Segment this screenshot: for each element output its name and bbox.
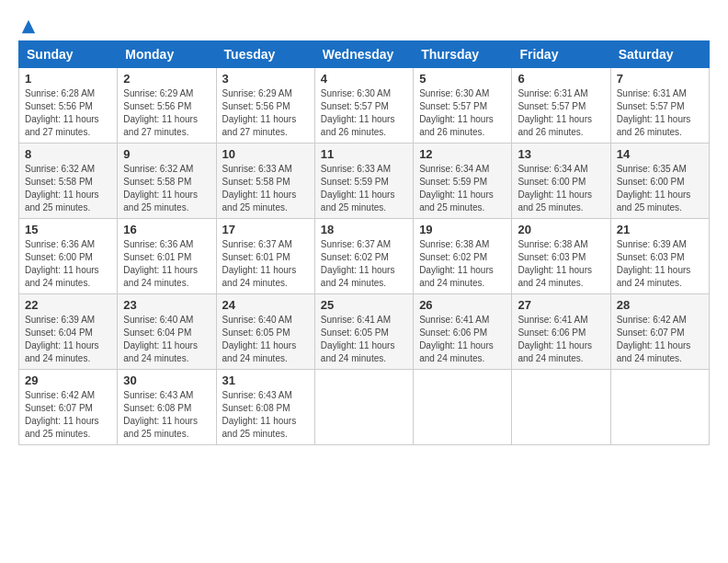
calendar-cell: 17Sunrise: 6:37 AM Sunset: 6:01 PM Dayli… (216, 219, 314, 294)
day-info: Sunrise: 6:35 AM Sunset: 6:00 PM Dayligh… (617, 163, 703, 214)
day-number: 11 (321, 147, 407, 161)
day-info: Sunrise: 6:43 AM Sunset: 6:08 PM Dayligh… (222, 389, 309, 441)
day-info: Sunrise: 6:30 AM Sunset: 5:57 PM Dayligh… (419, 87, 506, 139)
calendar-cell: 18Sunrise: 6:37 AM Sunset: 6:02 PM Dayli… (314, 219, 413, 294)
day-number: 22 (25, 298, 111, 312)
day-number: 7 (617, 72, 703, 86)
day-number: 2 (123, 72, 210, 86)
day-number: 13 (518, 147, 604, 161)
calendar-table: SundayMondayTuesdayWednesdayThursdayFrid… (18, 40, 710, 445)
day-number: 10 (222, 147, 309, 161)
calendar-cell: 12Sunrise: 6:34 AM Sunset: 5:59 PM Dayli… (414, 144, 512, 219)
day-info: Sunrise: 6:40 AM Sunset: 6:05 PM Dayligh… (222, 314, 309, 365)
day-number: 30 (123, 373, 210, 387)
day-info: Sunrise: 6:30 AM Sunset: 5:57 PM Dayligh… (321, 87, 407, 139)
day-info: Sunrise: 6:42 AM Sunset: 6:07 PM Dayligh… (25, 389, 111, 441)
calendar-cell: 20Sunrise: 6:38 AM Sunset: 6:03 PM Dayli… (512, 219, 610, 294)
calendar-day-header: Thursday (414, 41, 512, 68)
day-number: 9 (123, 147, 210, 161)
day-number: 31 (222, 373, 309, 387)
calendar-cell: 21Sunrise: 6:39 AM Sunset: 6:03 PM Dayli… (610, 219, 709, 294)
day-number: 1 (25, 72, 111, 86)
calendar-cell: 29Sunrise: 6:42 AM Sunset: 6:07 PM Dayli… (19, 370, 118, 445)
calendar-cell: 28Sunrise: 6:42 AM Sunset: 6:07 PM Dayli… (610, 294, 709, 370)
day-info: Sunrise: 6:39 AM Sunset: 6:04 PM Dayligh… (25, 314, 111, 365)
day-number: 27 (518, 298, 604, 312)
calendar-cell: 27Sunrise: 6:41 AM Sunset: 6:06 PM Dayli… (512, 294, 610, 370)
day-info: Sunrise: 6:41 AM Sunset: 6:06 PM Dayligh… (419, 314, 506, 365)
day-info: Sunrise: 6:31 AM Sunset: 5:57 PM Dayligh… (518, 87, 604, 139)
day-info: Sunrise: 6:41 AM Sunset: 6:05 PM Dayligh… (321, 314, 407, 365)
day-number: 17 (222, 223, 309, 236)
logo (18, 18, 37, 31)
calendar-cell: 25Sunrise: 6:41 AM Sunset: 6:05 PM Dayli… (314, 294, 413, 370)
calendar-week-row: 8Sunrise: 6:32 AM Sunset: 5:58 PM Daylig… (19, 144, 710, 219)
day-number: 14 (617, 147, 703, 161)
day-number: 8 (25, 147, 111, 161)
calendar-cell: 7Sunrise: 6:31 AM Sunset: 5:57 PM Daylig… (610, 68, 709, 144)
day-info: Sunrise: 6:37 AM Sunset: 6:02 PM Dayligh… (321, 238, 407, 290)
day-info: Sunrise: 6:36 AM Sunset: 6:01 PM Dayligh… (123, 238, 210, 290)
day-info: Sunrise: 6:29 AM Sunset: 5:56 PM Dayligh… (222, 87, 309, 139)
calendar-cell: 24Sunrise: 6:40 AM Sunset: 6:05 PM Dayli… (216, 294, 314, 370)
day-number: 23 (123, 298, 210, 312)
calendar-cell: 16Sunrise: 6:36 AM Sunset: 6:01 PM Dayli… (118, 219, 216, 294)
calendar-day-header: Wednesday (314, 41, 413, 68)
svg-marker-0 (22, 20, 35, 33)
calendar-cell: 2Sunrise: 6:29 AM Sunset: 5:56 PM Daylig… (118, 68, 216, 144)
calendar-day-header: Sunday (19, 41, 118, 68)
calendar-day-header: Saturday (610, 41, 709, 68)
calendar-cell: 23Sunrise: 6:40 AM Sunset: 6:04 PM Dayli… (118, 294, 216, 370)
calendar-cell: 15Sunrise: 6:36 AM Sunset: 6:00 PM Dayli… (19, 219, 118, 294)
day-info: Sunrise: 6:40 AM Sunset: 6:04 PM Dayligh… (123, 314, 210, 365)
day-number: 28 (617, 298, 703, 312)
day-info: Sunrise: 6:39 AM Sunset: 6:03 PM Dayligh… (617, 238, 703, 290)
day-number: 4 (321, 72, 407, 86)
day-number: 26 (419, 298, 506, 312)
calendar-day-header: Friday (512, 41, 610, 68)
day-number: 3 (222, 72, 309, 86)
logo-icon (20, 18, 37, 35)
calendar-cell: 30Sunrise: 6:43 AM Sunset: 6:08 PM Dayli… (118, 370, 216, 445)
calendar-day-header: Tuesday (216, 41, 314, 68)
day-number: 6 (518, 72, 604, 86)
calendar-cell: 9Sunrise: 6:32 AM Sunset: 5:58 PM Daylig… (118, 144, 216, 219)
calendar-cell: 10Sunrise: 6:33 AM Sunset: 5:58 PM Dayli… (216, 144, 314, 219)
calendar-cell: 6Sunrise: 6:31 AM Sunset: 5:57 PM Daylig… (512, 68, 610, 144)
day-info: Sunrise: 6:41 AM Sunset: 6:06 PM Dayligh… (518, 314, 604, 365)
day-info: Sunrise: 6:33 AM Sunset: 5:58 PM Dayligh… (222, 163, 309, 214)
day-info: Sunrise: 6:29 AM Sunset: 5:56 PM Dayligh… (123, 87, 210, 139)
calendar-week-row: 22Sunrise: 6:39 AM Sunset: 6:04 PM Dayli… (19, 294, 710, 370)
day-number: 21 (617, 223, 703, 236)
calendar-cell (610, 370, 709, 445)
calendar-cell: 14Sunrise: 6:35 AM Sunset: 6:00 PM Dayli… (610, 144, 709, 219)
page-header (18, 18, 710, 31)
day-number: 25 (321, 298, 407, 312)
calendar-cell: 4Sunrise: 6:30 AM Sunset: 5:57 PM Daylig… (314, 68, 413, 144)
day-info: Sunrise: 6:38 AM Sunset: 6:02 PM Dayligh… (419, 238, 506, 290)
calendar-cell: 1Sunrise: 6:28 AM Sunset: 5:56 PM Daylig… (19, 68, 118, 144)
calendar-cell: 5Sunrise: 6:30 AM Sunset: 5:57 PM Daylig… (414, 68, 512, 144)
day-number: 15 (25, 223, 111, 236)
calendar-cell: 31Sunrise: 6:43 AM Sunset: 6:08 PM Dayli… (216, 370, 314, 445)
day-info: Sunrise: 6:37 AM Sunset: 6:01 PM Dayligh… (222, 238, 309, 290)
calendar-cell (512, 370, 610, 445)
day-info: Sunrise: 6:42 AM Sunset: 6:07 PM Dayligh… (617, 314, 703, 365)
day-number: 16 (123, 223, 210, 236)
calendar-cell (414, 370, 512, 445)
calendar-week-row: 1Sunrise: 6:28 AM Sunset: 5:56 PM Daylig… (19, 68, 710, 144)
calendar-cell (314, 370, 413, 445)
day-number: 19 (419, 223, 506, 236)
calendar-cell: 11Sunrise: 6:33 AM Sunset: 5:59 PM Dayli… (314, 144, 413, 219)
day-info: Sunrise: 6:34 AM Sunset: 5:59 PM Dayligh… (419, 163, 506, 214)
day-number: 18 (321, 223, 407, 236)
day-info: Sunrise: 6:38 AM Sunset: 6:03 PM Dayligh… (518, 238, 604, 290)
calendar-cell: 26Sunrise: 6:41 AM Sunset: 6:06 PM Dayli… (414, 294, 512, 370)
day-number: 24 (222, 298, 309, 312)
calendar-header-row: SundayMondayTuesdayWednesdayThursdayFrid… (19, 41, 710, 68)
calendar-cell: 13Sunrise: 6:34 AM Sunset: 6:00 PM Dayli… (512, 144, 610, 219)
calendar-cell: 8Sunrise: 6:32 AM Sunset: 5:58 PM Daylig… (19, 144, 118, 219)
day-info: Sunrise: 6:36 AM Sunset: 6:00 PM Dayligh… (25, 238, 111, 290)
calendar-day-header: Monday (118, 41, 216, 68)
day-info: Sunrise: 6:32 AM Sunset: 5:58 PM Dayligh… (25, 163, 111, 214)
